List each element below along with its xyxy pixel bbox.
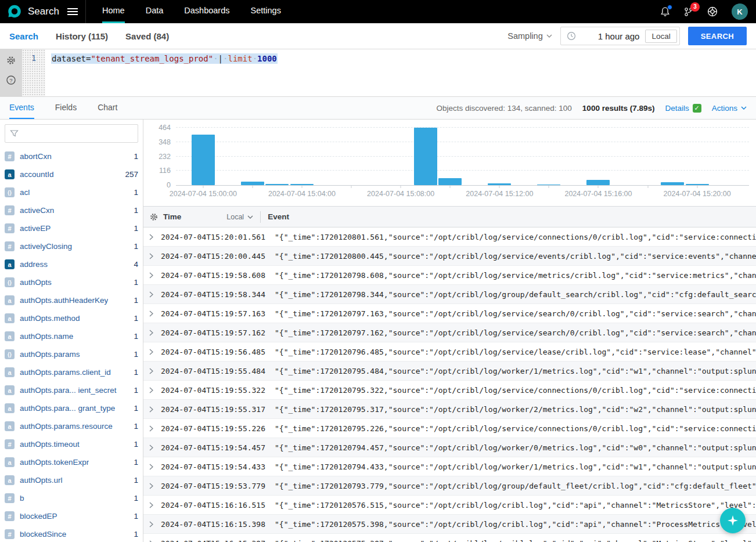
expand-chevron-icon[interactable] <box>149 425 157 432</box>
table-settings-gear-icon[interactable] <box>149 212 159 222</box>
subnav-tabs: Search History (115) Saved (84) <box>9 31 169 41</box>
field-name: authOpts.tokenExpr <box>20 458 89 467</box>
event-row[interactable]: 2024-07-04T15:19:57.162"{"_time":1720120… <box>143 323 756 342</box>
event-row[interactable]: 2024-07-04T15:20:00.445"{"_time":1720120… <box>143 247 756 266</box>
tab-fields[interactable]: Fields <box>55 97 77 119</box>
ai-assistant-fab[interactable] <box>720 508 746 533</box>
git-branch-icon[interactable]: 3 <box>684 7 693 17</box>
event-row[interactable]: 2024-07-04T15:19:57.163"{"_time":1720120… <box>143 304 756 323</box>
field-item[interactable]: aauthOpts.params.resource1 <box>0 417 143 435</box>
event-row[interactable]: 2024-07-04T15:16:15.397"{"_time":1720120… <box>143 534 756 542</box>
field-item[interactable]: {}acl1 <box>0 183 143 201</box>
event-raw-text: "{"_time":1720120797.163,"source":"/opt/… <box>275 309 756 318</box>
event-row[interactable]: 2024-07-04T15:19:58.344"{"_time":1720120… <box>143 285 756 304</box>
time-range-picker[interactable]: 1 hour ago Local <box>560 27 680 45</box>
expand-chevron-icon[interactable] <box>149 310 157 317</box>
field-item[interactable]: aauthOpts.authHeaderKey1 <box>0 291 143 309</box>
field-name: b <box>20 494 24 503</box>
expand-chevron-icon[interactable] <box>149 483 157 489</box>
field-item[interactable]: aaccountId257 <box>0 165 143 183</box>
event-row[interactable]: 2024-07-04T15:16:16.515"{"_time":1720120… <box>143 496 756 515</box>
editor-settings-gear-icon[interactable] <box>6 55 16 66</box>
tab-chart[interactable]: Chart <box>98 97 117 119</box>
cribl-logo-icon[interactable] <box>7 4 22 19</box>
expand-chevron-icon[interactable] <box>149 387 157 393</box>
hamburger-menu-icon[interactable] <box>67 8 78 15</box>
field-item[interactable]: #activeEP1 <box>0 219 143 237</box>
event-row[interactable]: 2024-07-04T15:19:55.484"{"_time":1720120… <box>143 362 756 381</box>
event-row[interactable]: 2024-07-04T15:19:56.485"{"_time":1720120… <box>143 342 756 362</box>
string-type-icon: a <box>5 421 15 431</box>
expand-chevron-icon[interactable] <box>149 234 157 240</box>
chevron-down-icon <box>546 34 552 38</box>
search-button[interactable]: SEARCH <box>688 27 747 45</box>
event-time: 2024-07-04T15:19:55.322 <box>161 386 269 395</box>
query-keyword-token: limit <box>228 54 252 63</box>
expand-chevron-icon[interactable] <box>149 253 157 259</box>
event-row[interactable]: 2024-07-04T15:19:55.317"{"_time":1720120… <box>143 400 756 419</box>
field-item[interactable]: aauthOpts.method1 <box>0 309 143 327</box>
expand-chevron-icon[interactable] <box>149 464 157 470</box>
field-item[interactable]: #blockedSince1 <box>0 525 143 542</box>
nav-data[interactable]: Data <box>146 0 164 23</box>
timezone-local-button[interactable]: Local <box>645 30 676 43</box>
event-row[interactable]: 2024-07-04T15:20:01.561"{"_time":1720120… <box>143 227 756 247</box>
field-item[interactable]: {}authOpts.params1 <box>0 345 143 363</box>
timezone-column-dropdown[interactable]: Local <box>226 213 253 221</box>
expand-chevron-icon[interactable] <box>149 540 157 542</box>
field-item[interactable]: {}authOpts1 <box>0 273 143 291</box>
field-item[interactable]: aauthOpts.tokenExpr1 <box>0 453 143 471</box>
expand-chevron-icon[interactable] <box>149 521 157 527</box>
help-lifering-icon[interactable] <box>707 6 718 17</box>
expand-chevron-icon[interactable] <box>149 368 157 374</box>
tab-history[interactable]: History (115) <box>56 31 108 41</box>
event-row[interactable]: 2024-07-04T15:19:54.433"{"_time":1720120… <box>143 457 756 476</box>
sparkle-icon <box>726 514 739 527</box>
notifications-bell-icon[interactable] <box>660 6 670 17</box>
field-item[interactable]: #activelyClosing1 <box>0 237 143 255</box>
expand-chevron-icon[interactable] <box>149 406 157 413</box>
string-type-icon: a <box>5 295 15 305</box>
field-item[interactable]: aauthOpts.name1 <box>0 327 143 345</box>
field-item[interactable]: aauthOpts.url1 <box>0 471 143 489</box>
event-row[interactable]: 2024-07-04T15:19:58.608"{"_time":1720120… <box>143 266 756 285</box>
event-row[interactable]: 2024-07-04T15:19:55.226"{"_time":1720120… <box>143 419 756 438</box>
expand-chevron-icon[interactable] <box>149 349 157 355</box>
topbar: Search Home Data Dashboards Settings <box>0 0 756 23</box>
query-input[interactable]: dataset="tenant_stream_logs_prod"·|·limi… <box>45 49 756 96</box>
field-item[interactable]: aaddress4 <box>0 255 143 273</box>
field-item[interactable]: #blockedEP1 <box>0 507 143 525</box>
field-item[interactable]: aauthOpts.params.client_id1 <box>0 363 143 381</box>
nav-dashboards[interactable]: Dashboards <box>184 0 229 23</box>
expand-chevron-icon[interactable] <box>149 502 157 508</box>
field-item[interactable]: #abortCxn1 <box>0 147 143 165</box>
field-filter-input[interactable] <box>22 129 133 138</box>
field-item[interactable]: aauthOpts.para... grant_type1 <box>0 399 143 417</box>
tab-events[interactable]: Events <box>9 97 34 119</box>
field-item[interactable]: #b1 <box>0 489 143 507</box>
details-link[interactable]: Details ✓ <box>665 104 701 113</box>
field-name: authOpts.url <box>20 476 63 485</box>
actions-dropdown[interactable]: Actions <box>712 104 747 113</box>
tab-saved[interactable]: Saved (84) <box>125 31 169 41</box>
event-row[interactable]: 2024-07-04T15:19:53.779"{"_time":1720120… <box>143 476 756 496</box>
event-row[interactable]: 2024-07-04T15:19:55.322"{"_time":1720120… <box>143 381 756 400</box>
event-row[interactable]: 2024-07-04T15:16:15.398"{"_time":1720120… <box>143 515 756 534</box>
field-item[interactable]: aauthOpts.para... ient_secret1 <box>0 381 143 399</box>
expand-chevron-icon[interactable] <box>149 272 157 279</box>
nav-home[interactable]: Home <box>102 0 125 23</box>
field-item[interactable]: #authOpts.timeout1 <box>0 435 143 453</box>
expand-chevron-icon[interactable] <box>149 291 157 298</box>
field-item[interactable]: #activeCxn1 <box>0 201 143 219</box>
string-type-icon: a <box>5 331 15 341</box>
x-axis-tick-label: 2024-07-04 15:20:00 <box>664 190 731 198</box>
sampling-dropdown[interactable]: Sampling <box>507 31 552 41</box>
expand-chevron-icon[interactable] <box>149 330 157 336</box>
nav-settings[interactable]: Settings <box>251 0 281 23</box>
user-avatar[interactable]: K <box>732 3 748 20</box>
tab-search[interactable]: Search <box>9 31 38 41</box>
event-row[interactable]: 2024-07-04T15:19:54.457"{"_time":1720120… <box>143 438 756 457</box>
editor-help-icon[interactable]: ? <box>6 75 16 85</box>
expand-chevron-icon[interactable] <box>149 445 157 451</box>
actions-label: Actions <box>712 104 737 113</box>
